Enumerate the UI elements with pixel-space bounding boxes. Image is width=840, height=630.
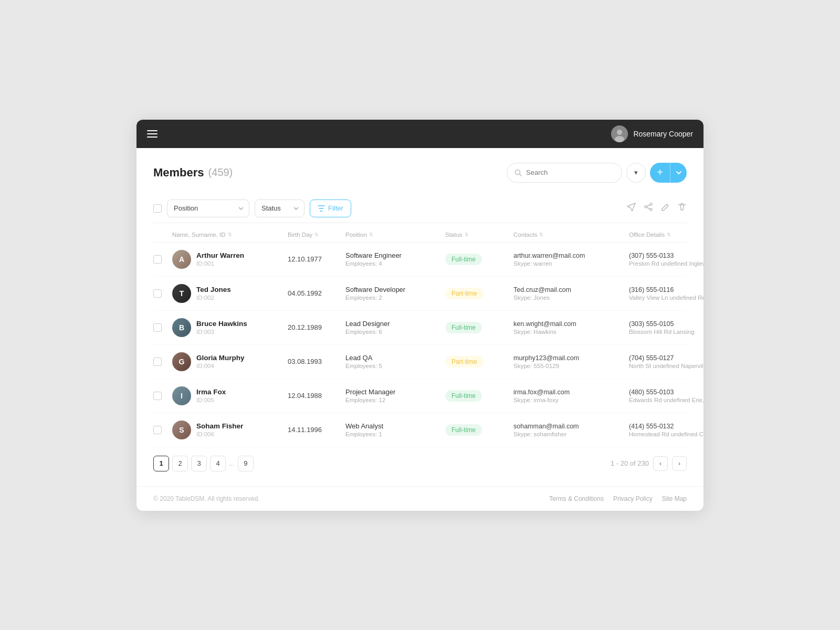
svg-point-5	[650, 203, 652, 205]
cell-office: (480) 555-0103 Edwards Rd undefined Erie…	[629, 388, 704, 403]
cell-contacts: Ted.cruz@mail.com Skype: Jones	[513, 286, 629, 301]
name-info: Ted Jones ID:002	[196, 286, 231, 301]
pagination-row: 1234...9 1 - 20 of 230 ‹ ›	[153, 447, 687, 476]
filter-button[interactable]: Filter	[310, 200, 351, 217]
filter-icon	[318, 205, 325, 212]
page-btn-9[interactable]: 9	[238, 456, 254, 471]
cell-contacts: arthur.warren@mail.com Skype: warren	[513, 252, 629, 267]
sort-icon-position[interactable]: ⇅	[369, 232, 373, 237]
table-row: S Soham Fisher ID:006 14.11.1996 Web Ana…	[153, 413, 687, 447]
cell-office: (316) 555-0116 Valley View Ln undefined …	[629, 286, 704, 301]
cell-position: Software Engineer Employees: 4	[345, 251, 445, 267]
prev-page-button[interactable]: ‹	[653, 456, 668, 471]
member-name: Bruce Hawkins	[196, 320, 247, 328]
svg-point-7	[650, 208, 652, 211]
th-status-label: Status	[445, 232, 463, 238]
th-birthday: Birth Day ⇅	[288, 232, 345, 238]
position-select[interactable]: Position Software Engineer Software Deve…	[167, 200, 249, 217]
select-all-checkbox[interactable]	[153, 204, 162, 213]
page-btn-4[interactable]: 4	[210, 456, 226, 471]
sort-icon-status[interactable]: ⇅	[465, 232, 469, 237]
row-checkbox-cell	[153, 323, 172, 332]
page-title: Members (459)	[153, 166, 233, 180]
send-icon[interactable]	[627, 202, 636, 214]
page-btn-2[interactable]: 2	[172, 456, 188, 471]
sort-icon-birthday[interactable]: ⇅	[314, 232, 319, 237]
position-title: Software Developer	[345, 286, 445, 293]
svg-point-6	[645, 206, 647, 208]
main-content: Members (459) ▾ +	[136, 148, 704, 486]
cell-status: Full-time	[445, 254, 513, 265]
next-page-button[interactable]: ›	[672, 456, 687, 471]
cell-position: Software Developer Employees: 2	[345, 286, 445, 301]
th-name: Name, Surname, ID ⇅	[172, 232, 288, 238]
name-info: Gloria Murphy ID:004	[196, 354, 245, 369]
position-employees: Employees: 1	[345, 431, 445, 437]
row-checkbox[interactable]	[153, 289, 162, 298]
position-employees: Employees: 12	[345, 397, 445, 403]
footer-link-privacy[interactable]: Privacy Policy	[613, 495, 653, 502]
page-btn-3[interactable]: 3	[191, 456, 207, 471]
share-icon[interactable]	[644, 202, 653, 214]
cell-status: Part-time	[445, 356, 513, 368]
table: Name, Surname, ID ⇅ Birth Day ⇅ Position…	[153, 227, 687, 447]
cell-birthday: 12.10.1977	[288, 255, 345, 263]
delete-icon[interactable]	[677, 202, 687, 214]
svg-point-1	[617, 130, 622, 135]
pagination-ellipsis: ...	[229, 459, 235, 467]
topbar-right: Rosemary Cooper	[611, 125, 693, 142]
position-title: Project Manager	[345, 388, 445, 396]
th-office-label: Office Details	[629, 232, 665, 238]
search-input[interactable]	[526, 169, 614, 176]
th-birthday-label: Birth Day	[288, 232, 312, 238]
cell-office: (307) 555-0133 Preston Rd undefined Ingl…	[629, 252, 704, 267]
hamburger-icon[interactable]	[147, 130, 158, 138]
sort-icon-name[interactable]: ⇅	[228, 232, 232, 237]
th-office: Office Details ⇅	[629, 232, 704, 238]
status-select[interactable]: Status Full-time Part-time	[255, 200, 304, 217]
row-checkbox[interactable]	[153, 323, 162, 332]
add-button[interactable]: +	[650, 163, 670, 183]
cell-position: Lead Designer Employees: 6	[345, 320, 445, 335]
th-check	[153, 232, 172, 238]
row-checkbox-cell	[153, 358, 172, 366]
sort-icon-contacts[interactable]: ⇅	[539, 232, 543, 237]
avatar: B	[172, 318, 191, 337]
cell-contacts: irma.fox@mail.com Skype: irma-foxy	[513, 388, 629, 403]
row-checkbox[interactable]	[153, 426, 162, 434]
name-info: Bruce Hawkins ID:003	[196, 320, 247, 335]
search-icon	[514, 169, 522, 176]
avatar: G	[172, 352, 191, 371]
edit-icon[interactable]	[660, 202, 670, 214]
avatar: A	[172, 250, 191, 269]
add-dropdown-button[interactable]	[670, 163, 687, 183]
member-id: ID:006	[196, 431, 243, 437]
position-title: Lead QA	[345, 354, 445, 362]
cell-contacts: sohamman@mail.com Skype: sohamfisher	[513, 423, 629, 437]
member-name: Irma Fox	[196, 388, 226, 396]
row-checkbox[interactable]	[153, 358, 162, 366]
footer-link-terms[interactable]: Terms & Conditions	[549, 495, 604, 502]
sort-icon-office[interactable]: ⇅	[667, 232, 671, 237]
status-badge: Part-time	[445, 288, 484, 299]
avatar: S	[172, 421, 191, 439]
contact-skype: Skype: sohamfisher	[513, 431, 629, 437]
app-container: Rosemary Cooper Members (459) ▾	[136, 120, 704, 511]
name-info: Irma Fox ID:005	[196, 388, 226, 403]
table-header: Name, Surname, ID ⇅ Birth Day ⇅ Position…	[153, 227, 687, 243]
office-phone: (316) 555-0116	[629, 286, 704, 293]
row-checkbox[interactable]	[153, 255, 162, 264]
status-badge: Full-time	[445, 322, 482, 333]
position-title: Software Engineer	[345, 251, 445, 259]
office-address: Preston Rd undefined Inglewood	[629, 260, 704, 267]
row-checkbox-cell	[153, 392, 172, 400]
page-btn-1[interactable]: 1	[153, 456, 169, 471]
footer-link-sitemap[interactable]: Site Map	[662, 495, 687, 502]
search-dropdown-btn[interactable]: ▾	[626, 163, 646, 183]
th-name-label: Name, Surname, ID	[172, 232, 226, 238]
avatar: I	[172, 386, 191, 405]
row-checkbox[interactable]	[153, 392, 162, 400]
contact-email: Ted.cruz@mail.com	[513, 286, 629, 293]
office-address: Homestead Rd undefined Cedar	[629, 431, 704, 437]
contact-email: ken.wright@mail.com	[513, 320, 629, 328]
